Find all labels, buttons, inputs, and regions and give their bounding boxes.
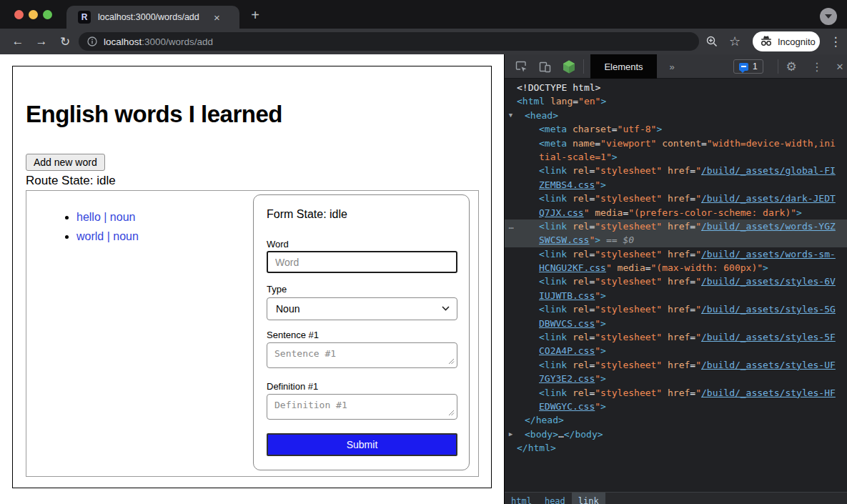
word-link[interactable]: hello | noun bbox=[76, 211, 135, 223]
dom-node[interactable]: <html lang="en"> bbox=[505, 94, 847, 108]
dom-node[interactable]: ZEMBS4.css"> bbox=[505, 178, 847, 192]
browser-menu-icon[interactable]: ⋮ bbox=[826, 29, 846, 54]
dom-node-selected[interactable]: SWCSW.css"> == $0 bbox=[505, 233, 847, 247]
incognito-label: Incognito bbox=[778, 36, 816, 47]
dom-node[interactable]: <link rel="stylesheet" href="/build/_ass… bbox=[505, 247, 847, 261]
new-tab-button[interactable]: + bbox=[246, 6, 264, 24]
route-state-text: Route State: idle bbox=[26, 174, 116, 188]
dom-node[interactable]: IUJWTB.css"> bbox=[505, 289, 847, 302]
device-toolbar-icon[interactable] bbox=[535, 54, 554, 79]
dom-node[interactable]: <link rel="stylesheet" href="/build/_ass… bbox=[505, 330, 847, 344]
maximize-window-button[interactable] bbox=[43, 10, 52, 19]
gutter bbox=[505, 372, 517, 385]
add-word-form: Form State: idle Word Type Noun Sentence… bbox=[253, 194, 470, 470]
zoom-page-icon[interactable] bbox=[702, 29, 722, 54]
gutter bbox=[505, 400, 517, 413]
node-markup: ZEMBS4.css"> bbox=[517, 178, 606, 192]
inspect-element-icon[interactable] bbox=[512, 54, 530, 79]
console-messages-badge[interactable]: 1 bbox=[733, 59, 763, 74]
settings-gear-icon[interactable]: ⚙ bbox=[782, 54, 801, 79]
minimize-window-button[interactable] bbox=[29, 10, 38, 19]
reload-button[interactable]: ↻ bbox=[54, 29, 76, 54]
dom-node[interactable]: ▶<body>…</body> bbox=[505, 428, 847, 441]
more-tabs-chevron[interactable]: » bbox=[663, 54, 680, 79]
node-markup: Q7JX.css" media="(prefers-color-scheme: … bbox=[517, 206, 802, 219]
devtools-close-icon[interactable]: ✕ bbox=[831, 54, 847, 79]
url-host: localhost bbox=[104, 36, 142, 47]
dom-node-selected[interactable]: …<link rel="stylesheet" href="/build/_as… bbox=[505, 219, 847, 233]
dom-node[interactable]: <link rel="stylesheet" href="/build/_ass… bbox=[505, 275, 847, 288]
node-markup: <link rel="stylesheet" href="/build/_ass… bbox=[517, 219, 836, 233]
toolbar-divider bbox=[778, 59, 778, 74]
gutter bbox=[505, 81, 517, 94]
sentence-textarea[interactable] bbox=[267, 342, 457, 368]
dom-node[interactable]: CO2A4P.css"> bbox=[505, 344, 847, 357]
word-list: hello | nounworld | noun bbox=[26, 211, 139, 249]
site-info-icon[interactable] bbox=[87, 36, 97, 46]
node-markup: <link rel="stylesheet" href="/build/_ass… bbox=[517, 302, 836, 316]
word-link[interactable]: world | noun bbox=[76, 230, 139, 242]
message-bubble-icon bbox=[739, 63, 748, 71]
node-markup: SWCSW.css"> == $0 bbox=[517, 233, 634, 247]
dom-node[interactable]: <link rel="stylesheet" href="/build/_ass… bbox=[505, 358, 847, 372]
type-select-wrap: Noun bbox=[267, 297, 457, 320]
browser-titlebar: R localhost:3000/words/add × + bbox=[0, 0, 847, 29]
word-label: Word bbox=[267, 239, 289, 249]
dom-node[interactable]: ▼<head> bbox=[505, 109, 847, 122]
dom-node[interactable]: <link rel="stylesheet" href="/build/_ass… bbox=[505, 164, 847, 177]
node-markup: <link rel="stylesheet" href="/build/_ass… bbox=[517, 358, 836, 372]
word-input[interactable] bbox=[267, 251, 457, 273]
node-markup: 7GY3E2.css"> bbox=[517, 372, 606, 385]
node-markup: EDWGYC.css"> bbox=[517, 400, 606, 413]
tab-overview-chevron-icon[interactable] bbox=[820, 8, 837, 25]
gutter bbox=[505, 94, 517, 108]
address-bar[interactable]: localhost:3000/words/add bbox=[79, 32, 699, 51]
expand-arrow-icon[interactable]: ▼ bbox=[505, 109, 517, 122]
gutter bbox=[505, 233, 517, 247]
gutter bbox=[505, 330, 517, 344]
breadcrumb-head[interactable]: head bbox=[538, 493, 572, 504]
browser-tab[interactable]: R localhost:3000/words/add × bbox=[66, 6, 239, 29]
dom-node[interactable]: <link rel="stylesheet" href="/build/_ass… bbox=[505, 302, 847, 316]
dom-node[interactable]: <!DOCTYPE html> bbox=[505, 81, 847, 94]
dom-node[interactable]: </head> bbox=[505, 413, 847, 427]
dom-node[interactable]: </html> bbox=[505, 441, 847, 455]
dom-node[interactable]: tial-scale=1"> bbox=[505, 150, 847, 164]
dom-node[interactable]: EDWGYC.css"> bbox=[505, 400, 847, 413]
dom-node[interactable]: <link rel="stylesheet" href="/build/_ass… bbox=[505, 386, 847, 400]
dom-node[interactable]: <link rel="stylesheet" href="/build/_ass… bbox=[505, 192, 847, 205]
node-markup: <meta charset="utf-8"> bbox=[517, 122, 662, 136]
submit-button[interactable]: Submit bbox=[267, 433, 457, 456]
gutter[interactable]: … bbox=[505, 219, 517, 233]
browser-toolbar: ← → ↻ localhost:3000/words/add ☆ Incogni… bbox=[0, 29, 847, 54]
content-panel: hello | nounworld | noun Form State: idl… bbox=[26, 190, 479, 477]
expand-arrow-icon[interactable]: ▶ bbox=[505, 428, 517, 441]
node-markup: <link rel="stylesheet" href="/build/_ass… bbox=[517, 192, 836, 205]
gutter bbox=[505, 247, 517, 261]
breadcrumb-html[interactable]: html bbox=[505, 493, 538, 504]
dom-node[interactable]: Q7JX.css" media="(prefers-color-scheme: … bbox=[505, 206, 847, 219]
breadcrumb-link[interactable]: link bbox=[572, 493, 605, 504]
url-path: :3000/words/add bbox=[142, 36, 213, 47]
gutter bbox=[505, 386, 517, 400]
definition-textarea[interactable] bbox=[267, 394, 457, 420]
add-new-word-button[interactable]: Add new word bbox=[26, 154, 105, 171]
gutter bbox=[505, 413, 517, 427]
close-window-button[interactable] bbox=[14, 10, 24, 19]
node-markup: DBWVCS.css"> bbox=[517, 317, 606, 330]
devtools-menu-icon[interactable]: ⋮ bbox=[808, 54, 826, 79]
nodejs-extension-icon[interactable] bbox=[560, 54, 578, 79]
dom-node[interactable]: 7GY3E2.css"> bbox=[505, 372, 847, 385]
gutter bbox=[505, 150, 517, 164]
bookmark-star-icon[interactable]: ☆ bbox=[725, 29, 745, 54]
dom-node[interactable]: <meta charset="utf-8"> bbox=[505, 122, 847, 136]
dom-node[interactable]: HCNGU2KF.css" media="(max-width: 600px)"… bbox=[505, 261, 847, 275]
tab-close-icon[interactable]: × bbox=[214, 11, 220, 24]
dom-node[interactable]: <meta name="viewport" content="width=dev… bbox=[505, 137, 847, 150]
tab-elements[interactable]: Elements bbox=[590, 54, 657, 79]
back-button[interactable]: ← bbox=[7, 29, 29, 54]
type-select[interactable]: Noun bbox=[267, 297, 457, 320]
dom-node[interactable]: DBWVCS.css"> bbox=[505, 317, 847, 330]
gutter bbox=[505, 122, 517, 136]
forward-button[interactable]: → bbox=[31, 29, 52, 54]
